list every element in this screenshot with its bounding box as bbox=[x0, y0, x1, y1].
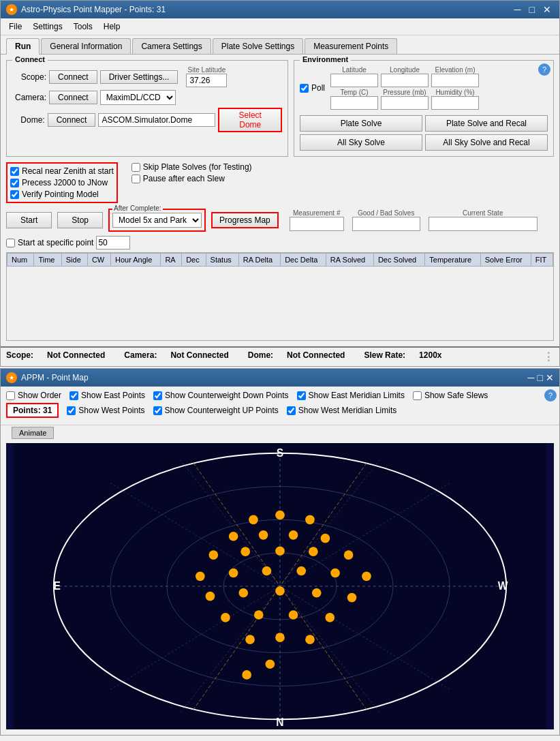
map-point[interactable] bbox=[275, 546, 285, 556]
animate-tab[interactable]: Animate bbox=[12, 427, 54, 439]
map-point[interactable] bbox=[309, 547, 318, 556]
point-map-close[interactable]: ✕ bbox=[546, 372, 554, 383]
map-point[interactable] bbox=[325, 613, 335, 622]
tab-camera-settings[interactable]: Camera Settings bbox=[132, 38, 211, 54]
select-dome-button[interactable]: Select Dome bbox=[218, 108, 282, 132]
tab-plate-solve-settings[interactable]: Plate Solve Settings bbox=[213, 38, 303, 54]
show-cw-down-checkbox[interactable] bbox=[153, 391, 162, 400]
menu-file[interactable]: File bbox=[3, 20, 27, 33]
map-point[interactable] bbox=[275, 586, 285, 596]
tab-measurement-points[interactable]: Measurement Points bbox=[305, 38, 397, 54]
point-map-minimize[interactable]: ─ bbox=[528, 372, 535, 383]
current-state-input[interactable] bbox=[429, 217, 538, 231]
scope-label: Scope: bbox=[12, 72, 46, 82]
precess-j2000-label: Precess J2000 to JNow bbox=[22, 178, 108, 187]
good-bad-solves-input[interactable] bbox=[352, 217, 420, 231]
dome-input[interactable] bbox=[98, 113, 215, 127]
map-point[interactable] bbox=[312, 588, 322, 598]
scope-connect-button[interactable]: Connect bbox=[49, 70, 97, 84]
camera-connect-button[interactable]: Connect bbox=[49, 91, 97, 104]
point-map-maximize[interactable]: □ bbox=[538, 372, 543, 383]
show-east-meridian-label: Show East Meridian Limits bbox=[309, 391, 405, 400]
verify-pointing-checkbox[interactable] bbox=[10, 190, 19, 199]
map-point[interactable] bbox=[206, 592, 215, 601]
driver-settings-button[interactable]: Driver Settings... bbox=[100, 70, 178, 84]
map-point[interactable] bbox=[344, 550, 354, 560]
tab-general-info[interactable]: General Information bbox=[41, 38, 131, 54]
right-options: Skip Plate Solves (for Testing) Pause af… bbox=[131, 162, 252, 203]
plate-solve-button[interactable]: Plate Solve bbox=[300, 115, 422, 132]
pressure-input[interactable] bbox=[381, 96, 429, 110]
camera-select[interactable]: MaximDL/CCD bbox=[100, 90, 176, 105]
point-map-help-button[interactable]: ? bbox=[544, 389, 557, 402]
start-specific-label: Start at specific point bbox=[18, 238, 93, 247]
map-point[interactable] bbox=[242, 670, 251, 680]
map-point[interactable] bbox=[245, 635, 255, 644]
map-point[interactable] bbox=[289, 610, 298, 620]
point-map-window: ★ APPM - Point Map ─ □ ✕ Show Order Show… bbox=[0, 368, 560, 736]
map-point[interactable] bbox=[240, 547, 250, 556]
map-point[interactable] bbox=[347, 593, 357, 603]
measurement-num-input[interactable] bbox=[290, 217, 344, 231]
point-map-icon: ★ bbox=[6, 372, 17, 383]
map-point[interactable] bbox=[330, 569, 340, 578]
humidity-input[interactable] bbox=[431, 96, 479, 110]
all-sky-solve-recal-button[interactable]: All Sky Solve and Recal bbox=[425, 134, 548, 151]
close-button[interactable]: ✕ bbox=[540, 4, 554, 15]
elevation-input[interactable] bbox=[431, 74, 479, 87]
all-sky-solve-button[interactable]: All Sky Solve bbox=[300, 134, 422, 151]
env-help-button[interactable]: ? bbox=[538, 63, 550, 76]
map-point[interactable] bbox=[266, 659, 275, 669]
map-point[interactable] bbox=[362, 572, 371, 581]
plate-solve-recal-button[interactable]: Plate Solve and Recal bbox=[425, 115, 548, 132]
precess-j2000-checkbox[interactable] bbox=[10, 179, 19, 187]
maximize-button[interactable]: □ bbox=[527, 4, 538, 15]
latitude-input[interactable] bbox=[330, 74, 378, 87]
map-point[interactable] bbox=[262, 566, 272, 576]
stop-button[interactable]: Stop bbox=[57, 212, 103, 228]
show-cw-up-checkbox[interactable] bbox=[153, 406, 162, 415]
longitude-input[interactable] bbox=[381, 74, 429, 87]
menu-settings[interactable]: Settings bbox=[27, 20, 67, 33]
map-point[interactable] bbox=[196, 572, 205, 581]
start-button[interactable]: Start bbox=[6, 212, 52, 228]
map-point[interactable] bbox=[275, 511, 285, 520]
show-east-meridian-checkbox[interactable] bbox=[297, 391, 306, 400]
skip-plate-solves-checkbox[interactable] bbox=[131, 163, 140, 172]
map-point[interactable] bbox=[229, 569, 238, 578]
map-point[interactable] bbox=[221, 613, 230, 622]
map-point[interactable] bbox=[296, 566, 306, 576]
map-point[interactable] bbox=[254, 610, 264, 620]
map-point[interactable] bbox=[249, 515, 258, 524]
pause-after-slew-checkbox[interactable] bbox=[131, 175, 140, 183]
show-east-points-checkbox[interactable] bbox=[69, 391, 78, 400]
app-icon: ★ bbox=[6, 4, 17, 15]
map-point[interactable] bbox=[321, 534, 330, 543]
good-bad-solves-label: Good / Bad Solves bbox=[358, 209, 414, 217]
show-order-checkbox[interactable] bbox=[6, 391, 15, 400]
recal-zenith-checkbox[interactable] bbox=[10, 167, 19, 176]
map-point[interactable] bbox=[289, 530, 298, 540]
map-point[interactable] bbox=[275, 633, 285, 642]
map-point[interactable] bbox=[259, 530, 268, 540]
show-safe-slews-checkbox[interactable] bbox=[413, 391, 422, 400]
tab-run[interactable]: Run bbox=[6, 38, 40, 55]
menu-help[interactable]: Help bbox=[98, 20, 126, 33]
after-complete-select[interactable]: Model 5x and Park bbox=[112, 213, 202, 228]
map-point[interactable] bbox=[229, 532, 238, 541]
map-point[interactable] bbox=[305, 515, 315, 524]
temp-input[interactable] bbox=[330, 96, 378, 110]
map-point[interactable] bbox=[238, 588, 248, 598]
map-point[interactable] bbox=[208, 550, 218, 560]
start-specific-input[interactable] bbox=[96, 236, 130, 249]
menu-tools[interactable]: Tools bbox=[68, 20, 98, 33]
minimize-button[interactable]: ─ bbox=[512, 4, 524, 15]
map-point[interactable] bbox=[305, 635, 315, 644]
start-specific-checkbox[interactable] bbox=[6, 239, 15, 247]
dome-connect-button[interactable]: Connect bbox=[48, 113, 96, 127]
show-west-points-checkbox[interactable] bbox=[67, 406, 76, 415]
progress-map-button[interactable]: Progress Map bbox=[211, 212, 279, 228]
poll-checkbox[interactable] bbox=[300, 84, 309, 93]
site-latitude-input[interactable]: 37.26 bbox=[186, 74, 227, 87]
show-west-meridian-checkbox[interactable] bbox=[287, 406, 296, 415]
